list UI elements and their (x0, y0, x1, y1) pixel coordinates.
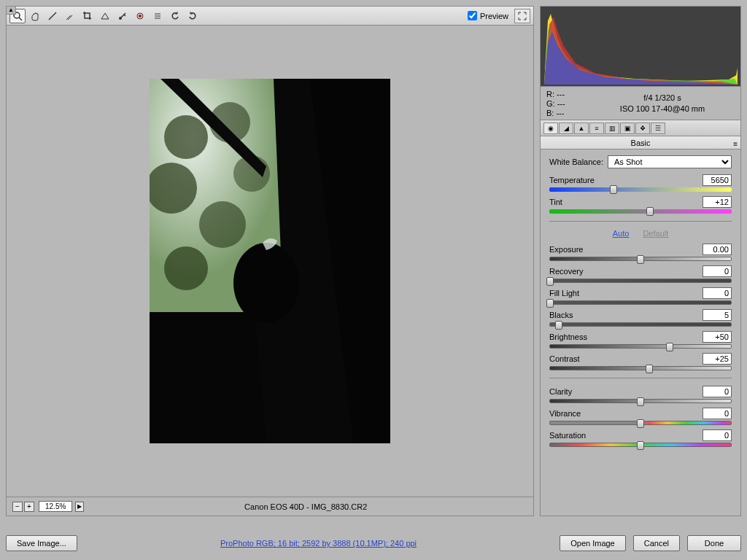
toolbar: Preview (7, 7, 533, 26)
panel-title: Basic ≡ (541, 136, 740, 149)
slider-thumb[interactable] (666, 343, 673, 351)
readout-iso-lens: ISO 100 17-40@40 mm (590, 104, 735, 114)
white-balance-select[interactable]: As Shot (608, 155, 732, 168)
readout-exposure: f/4 1/320 s (590, 93, 735, 104)
vibrance-slider: Vibrance (549, 408, 732, 425)
histogram[interactable] (541, 7, 740, 87)
fill-input[interactable] (703, 287, 732, 299)
redeye-tool[interactable] (132, 9, 148, 23)
slider-thumb[interactable] (546, 299, 554, 308)
readout-b: B: --- (546, 109, 590, 118)
image-canvas[interactable] (7, 26, 533, 497)
exposure-slider: Exposure (549, 244, 732, 261)
svg-point-10 (164, 115, 208, 159)
tab-basic[interactable]: ◉ (543, 122, 558, 134)
readout-r: R: --- (546, 90, 590, 99)
wb-label: White Balance: (549, 158, 603, 166)
slider-thumb[interactable] (637, 441, 644, 450)
crop-tool[interactable] (80, 9, 96, 23)
slider-thumb[interactable] (546, 277, 554, 286)
zoom-level[interactable]: 12.5% (39, 501, 72, 512)
status-text: Canon EOS 40D - IMG_8830.CR2 (84, 502, 527, 511)
tab-hsl[interactable]: ≡ (589, 122, 604, 134)
basic-panel-body: White Balance: As Shot Temperature Tint … (541, 149, 740, 516)
contrast-slider: Contrast (549, 353, 732, 370)
toggle-fullscreen-button[interactable] (514, 9, 530, 23)
brightness-slider: Brightness (549, 331, 732, 349)
contrast-input[interactable] (703, 353, 732, 365)
fill-light-slider: Fill Light (549, 287, 732, 305)
done-button[interactable]: Done (687, 535, 741, 551)
tab-lens[interactable]: ▣ (620, 122, 635, 134)
workflow-link[interactable]: ProPhoto RGB; 16 bit; 2592 by 3888 (10.1… (220, 539, 417, 548)
slider-thumb[interactable] (637, 419, 644, 428)
color-sampler-tool[interactable] (62, 9, 78, 23)
recovery-input[interactable] (703, 265, 732, 277)
vibrance-input[interactable] (703, 408, 732, 419)
tint-slider: Tint (549, 196, 732, 214)
hand-tool[interactable] (27, 9, 43, 23)
slider-thumb[interactable] (646, 365, 653, 373)
prefs-tool[interactable] (150, 9, 166, 23)
saturation-input[interactable] (703, 429, 732, 441)
svg-line-1 (19, 18, 22, 20)
zoom-in-button[interactable]: + (24, 502, 34, 512)
slider-thumb[interactable] (555, 321, 562, 330)
preview-checkbox[interactable]: Preview (468, 11, 508, 20)
tab-presets[interactable]: ☰ (651, 122, 665, 134)
brightness-input[interactable] (703, 331, 732, 343)
auto-link[interactable]: Auto (613, 229, 630, 238)
photo-preview (150, 79, 390, 443)
metadata-readout: R: --- G: --- B: --- f/4 1/320 s ISO 100… (541, 87, 740, 120)
tab-detail[interactable]: ▲ (574, 122, 589, 134)
adjustments-panel: ▲ ▲ R: --- G: --- B: --- f/4 1/320 s ISO… (540, 6, 741, 516)
panel-tabs: ◉ ◢ ▲ ≡ ▥ ▣ ❖ ☰ (541, 120, 740, 136)
slider-thumb[interactable] (637, 397, 644, 406)
zoom-out-button[interactable]: − (12, 502, 23, 512)
svg-point-13 (199, 201, 246, 248)
tint-input[interactable] (703, 196, 732, 208)
slider-thumb[interactable] (610, 185, 617, 194)
rotate-ccw-tool[interactable] (167, 9, 183, 23)
cancel-button[interactable]: Cancel (633, 535, 680, 551)
slider-thumb[interactable] (637, 255, 644, 264)
panel-menu-icon[interactable]: ≡ (733, 138, 738, 151)
clarity-slider: Clarity (549, 386, 732, 403)
svg-point-2 (119, 17, 122, 20)
clarity-input[interactable] (703, 386, 732, 397)
status-bar: − + 12.5% ▶ Canon EOS 40D - IMG_8830.CR2 (7, 497, 533, 516)
bottom-bar: Save Image... ProPhoto RGB; 16 bit; 2592… (6, 532, 741, 554)
default-link: Default (643, 229, 668, 238)
open-image-button[interactable]: Open Image (560, 535, 626, 551)
blacks-slider: Blacks (549, 309, 732, 327)
white-balance-tool[interactable] (44, 9, 61, 23)
svg-point-4 (139, 15, 142, 18)
svg-point-14 (164, 246, 208, 290)
tab-camera[interactable]: ❖ (635, 122, 650, 134)
save-image-button[interactable]: Save Image... (6, 535, 77, 551)
recovery-slider: Recovery (549, 265, 732, 283)
readout-g: G: --- (546, 99, 590, 109)
svg-point-19 (233, 243, 299, 323)
saturation-slider: Saturation (549, 429, 732, 447)
zoom-menu-button[interactable]: ▶ (75, 502, 84, 512)
spot-removal-tool[interactable] (115, 9, 131, 23)
rotate-cw-tool[interactable] (185, 9, 201, 23)
tab-split[interactable]: ▥ (605, 122, 619, 134)
collapse-left-icon[interactable]: ▲ (6, 6, 16, 15)
straighten-tool[interactable] (97, 9, 113, 23)
slider-thumb[interactable] (646, 207, 654, 216)
temperature-input[interactable] (703, 174, 732, 186)
tab-curves[interactable]: ◢ (559, 122, 573, 134)
blacks-input[interactable] (703, 309, 732, 321)
preview-pane: ▲ Preview (6, 6, 534, 516)
exposure-input[interactable] (703, 244, 732, 255)
temperature-slider: Temperature (549, 174, 732, 192)
